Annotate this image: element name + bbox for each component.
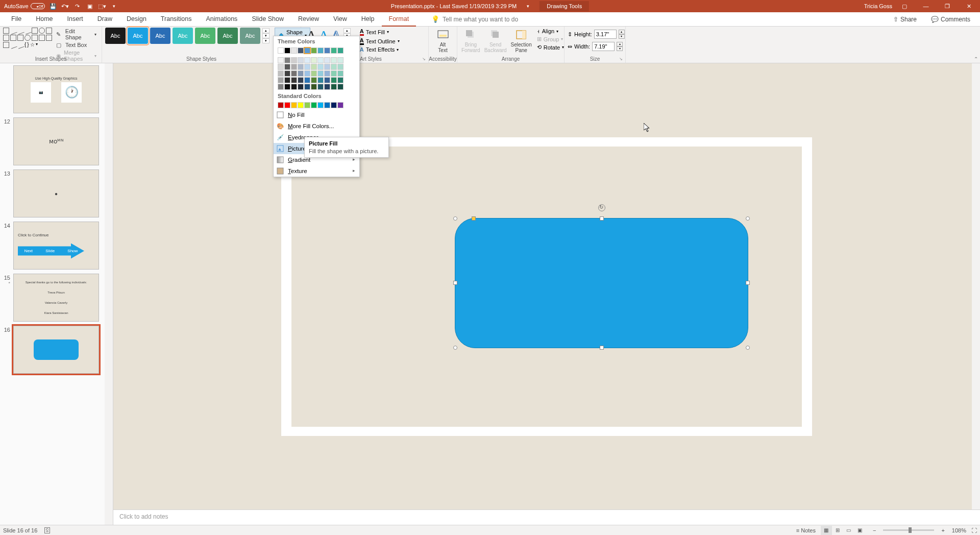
theme-tint-swatch[interactable]: [291, 70, 297, 77]
theme-tint-swatch[interactable]: [278, 64, 284, 70]
standard-color-swatch[interactable]: [298, 102, 304, 108]
theme-tint-swatch[interactable]: [331, 77, 337, 83]
autosave-toggle[interactable]: AutoSave ● Off: [4, 3, 45, 9]
theme-tint-swatch[interactable]: [278, 77, 284, 83]
theme-tint-swatch[interactable]: [331, 57, 337, 63]
tab-design[interactable]: Design: [119, 12, 154, 27]
tab-file[interactable]: File: [4, 12, 29, 27]
autosave-switch[interactable]: ● Off: [31, 3, 45, 9]
theme-tint-swatch[interactable]: [311, 57, 317, 63]
comments-button[interactable]: 💬Comments: [925, 13, 976, 26]
theme-tint-swatch[interactable]: [284, 70, 290, 77]
tab-view[interactable]: View: [326, 12, 354, 27]
theme-tint-swatch[interactable]: [337, 84, 344, 90]
fit-to-window-icon[interactable]: ⛶: [971, 527, 977, 533]
theme-tint-swatch[interactable]: [304, 70, 310, 77]
slide-thumbnail-active[interactable]: [13, 326, 99, 374]
theme-tint-swatch[interactable]: [324, 70, 330, 77]
theme-tint-swatch[interactable]: [311, 64, 317, 70]
wordart-launcher-icon[interactable]: ↘: [422, 57, 427, 62]
tab-format[interactable]: Format: [382, 12, 416, 27]
theme-tint-swatch[interactable]: [331, 70, 337, 77]
theme-color-swatch[interactable]: [311, 47, 317, 54]
theme-tint-swatch[interactable]: [284, 64, 290, 70]
text-outline-button[interactable]: A Text Outline▾: [358, 37, 402, 45]
theme-tint-swatch[interactable]: [317, 77, 324, 83]
theme-tint-swatch[interactable]: [291, 57, 297, 63]
style-swatch-1[interactable]: Abc: [105, 28, 126, 44]
standard-color-swatch[interactable]: [317, 102, 324, 108]
touch-mode-icon[interactable]: ⬚▾: [98, 2, 106, 10]
resize-handle-s[interactable]: [600, 346, 604, 350]
zoom-out-icon[interactable]: −: [871, 527, 878, 533]
notes-pane[interactable]: Click to add notes: [113, 509, 980, 525]
spell-check-icon[interactable]: 🅂: [44, 527, 50, 533]
minimize-icon[interactable]: —: [917, 0, 935, 12]
theme-tint-swatch[interactable]: [284, 84, 290, 90]
qat-customize-icon[interactable]: ▾: [110, 2, 118, 10]
slide-thumbnail[interactable]: Click to Continue Next Slide Show: [13, 222, 99, 270]
style-swatch-7[interactable]: Abc: [240, 28, 260, 44]
vertical-scrollbar[interactable]: [972, 63, 980, 509]
theme-color-swatch[interactable]: [304, 47, 310, 54]
align-button[interactable]: ⫞ Align▾: [535, 28, 566, 35]
theme-tint-swatch[interactable]: [331, 64, 337, 70]
tab-home[interactable]: Home: [29, 12, 60, 27]
zoom-slider[interactable]: [883, 529, 934, 531]
tell-me-search[interactable]: 💡 Tell me what you want to do: [431, 15, 518, 23]
rotation-handle[interactable]: [598, 204, 605, 211]
standard-color-swatch[interactable]: [311, 102, 317, 108]
style-swatch-3[interactable]: Abc: [150, 28, 170, 44]
theme-tint-swatch[interactable]: [278, 70, 284, 77]
resize-handle-ne[interactable]: [746, 216, 750, 221]
theme-tint-swatch[interactable]: [337, 77, 344, 83]
width-up-icon[interactable]: ▴: [617, 42, 623, 46]
theme-tint-swatch[interactable]: [304, 84, 310, 90]
width-down-icon[interactable]: ▾: [617, 46, 623, 51]
theme-tint-swatch[interactable]: [298, 84, 304, 90]
standard-color-swatch[interactable]: [278, 102, 284, 108]
theme-tint-swatch[interactable]: [311, 70, 317, 77]
theme-color-swatch[interactable]: [331, 47, 337, 54]
rounded-rectangle-shape[interactable]: [455, 218, 748, 348]
theme-tint-swatch[interactable]: [304, 57, 310, 63]
gallery-up-icon[interactable]: ▴: [262, 28, 270, 33]
tab-animations[interactable]: Animations: [199, 12, 245, 27]
theme-tint-swatch[interactable]: [298, 77, 304, 83]
theme-tint-swatch[interactable]: [298, 70, 304, 77]
thumbnail-scrollbar[interactable]: [105, 63, 113, 525]
user-name[interactable]: Tricia Goss: [864, 3, 892, 9]
slide-canvas-wrap[interactable]: [113, 63, 980, 509]
height-down-icon[interactable]: ▾: [619, 34, 625, 39]
tab-draw[interactable]: Draw: [90, 12, 119, 27]
edit-shape-button[interactable]: ✎Edit Shape▾: [54, 28, 99, 41]
slide-thumb-15[interactable]: 15 * Special thanks go to the following …: [0, 272, 113, 324]
zoom-in-icon[interactable]: +: [939, 527, 946, 533]
texture-item[interactable]: Texture▸: [274, 165, 359, 177]
width-input[interactable]: [592, 42, 615, 51]
present-icon[interactable]: ▣: [86, 2, 94, 10]
theme-color-swatch[interactable]: [317, 47, 324, 54]
gallery-down-icon[interactable]: ▾: [262, 33, 270, 38]
theme-tint-swatch[interactable]: [284, 77, 290, 83]
theme-color-swatch[interactable]: [298, 47, 304, 54]
slideshow-view-icon[interactable]: ▣: [854, 526, 866, 535]
title-dropdown-icon[interactable]: ▾: [527, 4, 529, 9]
standard-color-swatch[interactable]: [337, 102, 344, 108]
slide-thumbnail[interactable]: Special thanks go to the following indiv…: [13, 274, 99, 322]
resize-handle-e[interactable]: [746, 281, 750, 285]
theme-tint-swatch[interactable]: [311, 84, 317, 90]
theme-tint-swatch[interactable]: [317, 70, 324, 77]
theme-tint-swatch[interactable]: [324, 57, 330, 63]
theme-tint-swatch[interactable]: [298, 64, 304, 70]
standard-color-swatch[interactable]: [324, 102, 330, 108]
alt-text-button[interactable]: Alt Text: [432, 28, 454, 54]
theme-tint-swatch[interactable]: [311, 77, 317, 83]
theme-tint-swatch[interactable]: [304, 77, 310, 83]
theme-tint-swatch[interactable]: [324, 64, 330, 70]
gallery-up-icon[interactable]: ▴: [344, 28, 351, 33]
standard-color-swatch[interactable]: [291, 102, 297, 108]
theme-tint-swatch[interactable]: [291, 64, 297, 70]
theme-tint-swatch[interactable]: [278, 84, 284, 90]
notes-button[interactable]: ≡ Notes: [796, 527, 816, 533]
